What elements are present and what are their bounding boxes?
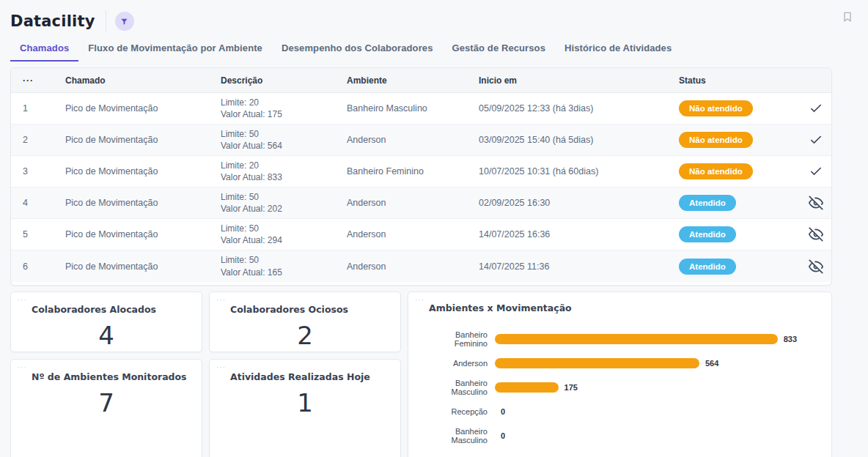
eye-off-icon[interactable] bbox=[809, 196, 823, 210]
row-number: 3 bbox=[23, 166, 65, 177]
row-action[interactable] bbox=[800, 227, 831, 242]
limite-text: Limite: 50 bbox=[221, 254, 347, 266]
status-badge: Não atendido bbox=[679, 163, 753, 179]
filter-icon bbox=[120, 18, 128, 26]
cell-chamado: Pico de Movimentação bbox=[65, 135, 221, 145]
table-menu-icon[interactable]: ··· bbox=[23, 75, 65, 86]
eye-off-icon[interactable] bbox=[809, 227, 823, 242]
cell-ambiente: Anderson bbox=[347, 261, 479, 272]
check-icon[interactable] bbox=[809, 101, 823, 116]
cell-inicio-em: 14/07/2025 16:36 bbox=[479, 229, 679, 239]
row-number: 2 bbox=[23, 135, 65, 145]
cell-status: Não atendido bbox=[679, 100, 800, 116]
chart-bar-row: Recepção 0 bbox=[420, 399, 820, 423]
tab-fluxo-de-movimentacao[interactable]: Fluxo de Movimentação por Ambiente bbox=[78, 38, 272, 62]
cell-ambiente: Banheiro Masculino bbox=[347, 103, 479, 114]
drag-handle-icon[interactable]: ··· bbox=[18, 296, 27, 304]
cell-ambiente: Banheiro Feminino bbox=[347, 166, 479, 177]
check-icon[interactable] bbox=[809, 133, 823, 147]
row-action[interactable] bbox=[800, 259, 831, 274]
table-row[interactable]: 1 Pico de Movimentação Limite: 20 Valor … bbox=[11, 93, 831, 125]
filter-button[interactable] bbox=[115, 12, 134, 31]
col-inicio-em: Inicio em bbox=[479, 75, 679, 86]
table-header-row: ··· Chamado Descrição Ambiente Inicio em… bbox=[11, 68, 831, 93]
cell-descricao: Limite: 50 Valor Atual: 564 bbox=[221, 128, 347, 152]
col-status: Status bbox=[679, 75, 800, 86]
app-header: Datacility bbox=[10, 0, 832, 34]
stat-card-atividades-realizadas-hoje: ··· Atividades Realizadas Hoje 1 bbox=[209, 359, 401, 457]
stat-card-colaboradores-alocados: ··· Colaboradores Alocados 4 bbox=[10, 291, 202, 352]
status-badge: Não atendido bbox=[679, 132, 753, 148]
row-action[interactable] bbox=[800, 164, 831, 179]
drag-handle-icon[interactable]: ··· bbox=[216, 296, 226, 304]
cell-ambiente: Anderson bbox=[347, 229, 479, 239]
row-action[interactable] bbox=[800, 133, 831, 147]
drag-handle-icon[interactable]: ··· bbox=[18, 363, 27, 371]
cell-status: Atendido bbox=[679, 195, 800, 211]
tab-bar: Chamados Fluxo de Movimentação por Ambie… bbox=[10, 38, 832, 62]
chart-bar bbox=[495, 382, 559, 393]
status-badge: Atendido bbox=[679, 195, 736, 211]
chamados-table: ··· Chamado Descrição Ambiente Inicio em… bbox=[10, 67, 832, 286]
chart-category-label: Anderson bbox=[420, 359, 488, 368]
cell-status: Atendido bbox=[679, 259, 800, 275]
tab-desempenho-colaboradores[interactable]: Desempenho dos Colaboradores bbox=[272, 38, 443, 62]
col-chamado: Chamado bbox=[65, 75, 221, 86]
status-badge: Atendido bbox=[679, 259, 736, 275]
chart-value-label: 0 bbox=[501, 431, 505, 440]
chart-bar-row: Banheiro Masculino 175 bbox=[420, 375, 820, 399]
stat-card-colaboradores-ociosos: ··· Colaboradores Ociosos 2 bbox=[209, 291, 401, 352]
tab-gestao-de-recursos[interactable]: Gestão de Recursos bbox=[442, 38, 555, 62]
table-row[interactable]: 2 Pico de Movimentação Limite: 50 Valor … bbox=[11, 125, 831, 156]
stat-card-value: 2 bbox=[210, 321, 400, 350]
chart-bar-row: Banheiro Masculino 0 bbox=[420, 423, 820, 447]
stat-card-value: 4 bbox=[11, 321, 202, 350]
drag-handle-icon[interactable]: ··· bbox=[415, 296, 424, 304]
chart-value-label: 175 bbox=[564, 383, 578, 392]
limite-text: Limite: 50 bbox=[221, 223, 347, 234]
table-row[interactable]: 6 Pico de Movimentação Limite: 50 Valor … bbox=[11, 250, 831, 282]
drag-handle-icon[interactable]: ··· bbox=[216, 363, 226, 371]
eye-off-icon[interactable] bbox=[809, 259, 823, 274]
cell-inicio-em: 05/09/2025 12:33 (há 3dias) bbox=[479, 103, 679, 114]
stat-card-title: Colaboradores Alocados bbox=[11, 292, 202, 315]
chart-category-label: Banheiro Masculino bbox=[420, 379, 488, 396]
tab-chamados[interactable]: Chamados bbox=[10, 38, 78, 62]
table-row[interactable]: 3 Pico de Movimentação Limite: 20 Valor … bbox=[11, 156, 831, 187]
row-action[interactable] bbox=[800, 196, 831, 210]
chart-card-ambientes-x-movimentacao: ··· Ambientes x Movimentação Banheiro Fe… bbox=[408, 291, 832, 457]
chart-title: Ambientes x Movimentação bbox=[420, 302, 820, 313]
cell-ambiente: Anderson bbox=[347, 198, 479, 208]
bookmark-button[interactable] bbox=[842, 10, 853, 26]
cell-descricao: Limite: 50 Valor Atual: 165 bbox=[221, 254, 347, 278]
chart-value-label: 564 bbox=[705, 359, 718, 368]
header-divider bbox=[106, 10, 106, 32]
limite-text: Limite: 20 bbox=[221, 160, 347, 171]
tab-historico-de-atividades[interactable]: Histórico de Atividades bbox=[555, 38, 681, 62]
cell-descricao: Limite: 20 Valor Atual: 833 bbox=[221, 160, 347, 183]
cell-chamado: Pico de Movimentação bbox=[65, 261, 221, 272]
stat-card-value: 7 bbox=[11, 388, 202, 417]
cell-inicio-em: 02/09/2025 16:30 bbox=[479, 198, 679, 208]
valor-atual-text: Valor Atual: 165 bbox=[221, 267, 347, 278]
chart-category-label: Recepção bbox=[420, 407, 488, 416]
valor-atual-text: Valor Atual: 294 bbox=[221, 234, 347, 246]
col-descricao: Descrição bbox=[221, 75, 347, 86]
cell-ambiente: Anderson bbox=[347, 135, 479, 145]
limite-text: Limite: 20 bbox=[221, 97, 347, 108]
limite-text: Limite: 50 bbox=[221, 191, 347, 203]
row-number: 1 bbox=[23, 103, 65, 114]
check-icon[interactable] bbox=[809, 164, 823, 179]
chart-value-label: 833 bbox=[784, 335, 797, 343]
table-row[interactable]: 5 Pico de Movimentação Limite: 50 Valor … bbox=[11, 219, 831, 250]
col-ambiente: Ambiente bbox=[347, 75, 479, 86]
cell-chamado: Pico de Movimentação bbox=[65, 103, 221, 114]
table-row[interactable]: 4 Pico de Movimentação Limite: 50 Valor … bbox=[11, 187, 831, 219]
status-badge: Não atendido bbox=[679, 100, 753, 116]
row-action[interactable] bbox=[800, 101, 831, 116]
cell-inicio-em: 10/07/2025 10:31 (há 60dias) bbox=[479, 166, 679, 177]
dashboard-page: Datacility Chamados Fluxo de Movimentaçã… bbox=[0, 0, 868, 457]
status-badge: Atendido bbox=[679, 226, 736, 242]
chart-bar bbox=[495, 358, 699, 368]
row-number: 5 bbox=[23, 229, 65, 239]
